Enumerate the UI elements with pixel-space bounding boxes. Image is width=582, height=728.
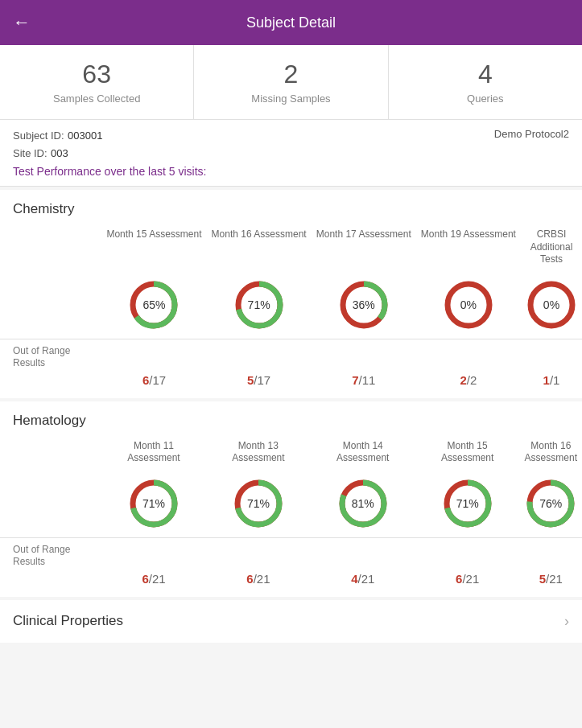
missing-samples-number: 2 xyxy=(204,60,378,89)
chemistry-out-of-range-label: Out of Range Results xyxy=(0,339,101,370)
subject-id-value: 003001 xyxy=(68,130,102,142)
chemistry-donut-row: 65% 71% xyxy=(0,273,582,339)
chemistry-donut-empty xyxy=(0,273,101,339)
chemistry-section: Chemistry Month 15 Assessment Month 16 A… xyxy=(0,190,582,398)
chemistry-col-3: Month 17 Assessment xyxy=(312,225,416,273)
bottom-area xyxy=(0,643,582,728)
subject-info: Subject ID: 003001 Demo Protocol2 Site I… xyxy=(0,120,582,187)
chemistry-donut-4: 0% xyxy=(416,273,521,339)
chemistry-oor-4 xyxy=(416,339,521,370)
hematology-header-row: Month 11 Assessment Month 13 Assessment … xyxy=(0,437,582,471)
chemistry-results-3: 7/11 xyxy=(312,370,416,398)
hematology-results-row: 6/21 6/21 4/21 6/21 5/21 xyxy=(0,569,582,597)
chemistry-results-row: 6/17 5/17 7/11 2/2 1/1 xyxy=(0,370,582,398)
chemistry-col-4: Month 19 Assessment xyxy=(416,225,521,273)
chemistry-oor-2 xyxy=(207,339,312,370)
hematology-oor-2 xyxy=(206,537,311,569)
hematology-col-empty xyxy=(0,437,101,471)
hematology-results-3: 4/21 xyxy=(311,569,415,597)
protocol-label: Demo Protocol2 xyxy=(494,128,569,142)
hematology-col-5: Month 16 Assessment xyxy=(520,437,582,471)
chemistry-results-4: 2/2 xyxy=(416,370,521,398)
hematology-results-5: 5/21 xyxy=(520,569,582,597)
stat-samples-collected: 63 Samples Collected xyxy=(0,45,194,119)
hematology-results-4: 6/21 xyxy=(415,569,520,597)
chemistry-col-1: Month 15 Assessment xyxy=(101,225,206,273)
header: ← Subject Detail xyxy=(0,0,582,45)
chemistry-results-empty xyxy=(0,370,101,398)
chemistry-out-of-range-row: Out of Range Results xyxy=(0,339,582,370)
hematology-oor-5 xyxy=(520,537,582,569)
queries-label: Queries xyxy=(398,93,572,105)
queries-number: 4 xyxy=(398,60,572,89)
hematology-donut-2: 71% xyxy=(206,471,311,538)
chemistry-header-row: Month 15 Assessment Month 16 Assessment … xyxy=(0,225,582,273)
chemistry-donut-2: 71% xyxy=(207,273,312,339)
chemistry-donut-3: 36% xyxy=(312,273,416,339)
chemistry-oor-3 xyxy=(312,339,416,370)
hematology-out-of-range-row: Out of Range Results xyxy=(0,537,582,569)
chemistry-title: Chemistry xyxy=(0,201,582,217)
hematology-donut-empty xyxy=(0,471,101,538)
hematology-oor-4 xyxy=(415,537,520,569)
hematology-col-2: Month 13 Assessment xyxy=(206,437,311,471)
hematology-table: Month 11 Assessment Month 13 Assessment … xyxy=(0,437,582,597)
subject-id-label: Subject ID: xyxy=(13,130,64,142)
hematology-title: Hematology xyxy=(0,413,582,429)
chemistry-col-empty xyxy=(0,225,101,273)
missing-samples-label: Missing Samples xyxy=(204,93,378,105)
chemistry-results-5: 1/1 xyxy=(521,370,582,398)
hematology-oor-1 xyxy=(101,537,206,569)
hematology-results-2: 6/21 xyxy=(206,569,311,597)
chemistry-results-1: 6/17 xyxy=(101,370,206,398)
hematology-section: Hematology Month 11 Assessment Month 13 … xyxy=(0,401,582,597)
samples-collected-label: Samples Collected xyxy=(10,93,184,105)
stat-missing-samples: 2 Missing Samples xyxy=(194,45,388,119)
chemistry-donut-5: 0% xyxy=(521,273,582,339)
site-id-label: Site ID: xyxy=(13,147,47,159)
test-performance-label: Test Performance over the last 5 visits: xyxy=(13,165,569,181)
hematology-col-3: Month 14 Assessment xyxy=(311,437,415,471)
chemistry-col-5: CRBSI Additional Tests xyxy=(521,225,582,273)
hematology-results-1: 6/21 xyxy=(101,569,206,597)
stats-row: 63 Samples Collected 2 Missing Samples 4… xyxy=(0,45,582,120)
chemistry-table: Month 15 Assessment Month 16 Assessment … xyxy=(0,225,582,398)
hematology-donut-row: 71% 71% xyxy=(0,471,582,538)
site-id-value: 003 xyxy=(51,147,68,159)
page-title: Subject Detail xyxy=(40,14,542,31)
hematology-col-4: Month 15 Assessment xyxy=(415,437,520,471)
chemistry-oor-5 xyxy=(521,339,582,370)
clinical-properties-title: Clinical Properties xyxy=(13,613,123,629)
hematology-col-1: Month 11 Assessment xyxy=(101,437,206,471)
back-button[interactable]: ← xyxy=(13,12,31,33)
chemistry-donut-1: 65% xyxy=(101,273,206,339)
stat-queries: 4 Queries xyxy=(389,45,582,119)
clinical-properties-section[interactable]: Clinical Properties › xyxy=(0,600,582,643)
hematology-donut-5: 76% xyxy=(520,471,582,538)
chemistry-oor-1 xyxy=(101,339,206,370)
hematology-donut-3: 81% xyxy=(311,471,415,538)
chevron-right-icon: › xyxy=(564,613,569,630)
chemistry-col-2: Month 16 Assessment xyxy=(207,225,312,273)
samples-collected-number: 63 xyxy=(10,60,184,89)
hematology-results-empty xyxy=(0,569,101,597)
hematology-donut-1: 71% xyxy=(101,471,206,538)
hematology-donut-4: 71% xyxy=(415,471,520,538)
hematology-out-of-range-label: Out of Range Results xyxy=(0,537,101,569)
hematology-oor-3 xyxy=(311,537,415,569)
chemistry-results-2: 5/17 xyxy=(207,370,312,398)
